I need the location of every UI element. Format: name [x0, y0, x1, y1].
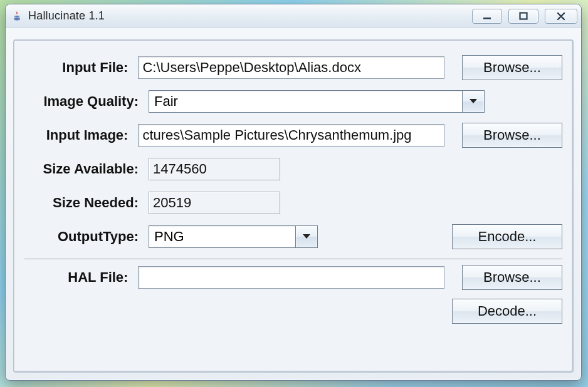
- close-button[interactable]: [545, 9, 577, 24]
- label-hal-file: HAL File:: [24, 269, 129, 286]
- row-output-type: OutputType: PNG Encode...: [24, 220, 562, 254]
- size-needed-field: [149, 192, 280, 214]
- browse-input-file-button[interactable]: Browse...: [462, 55, 562, 80]
- image-quality-select[interactable]: Fair: [149, 90, 485, 113]
- window-controls: [472, 9, 577, 24]
- row-hal-file: HAL File: Browse...: [24, 261, 562, 294]
- decode-button[interactable]: Decode...: [452, 299, 562, 324]
- minimize-button[interactable]: [472, 9, 502, 24]
- row-input-image: Input Image: Browse...: [24, 118, 562, 152]
- hal-file-field[interactable]: [138, 266, 444, 289]
- svg-rect-0: [483, 18, 491, 19]
- label-size-needed: Size Needed:: [24, 195, 140, 211]
- label-input-file: Input File:: [24, 59, 129, 76]
- row-decode: Decode...: [24, 294, 562, 328]
- label-input-image: Input Image:: [24, 127, 129, 143]
- content-panel: Input File: Browse... Image Quality: Fai…: [13, 39, 574, 373]
- browse-input-image-button[interactable]: Browse...: [462, 123, 562, 148]
- svg-rect-1: [520, 13, 527, 19]
- output-type-dropdown-button[interactable]: [295, 225, 318, 248]
- image-quality-dropdown-button[interactable]: [462, 90, 485, 113]
- browse-hal-file-button[interactable]: Browse...: [462, 265, 562, 290]
- encode-button[interactable]: Encode...: [452, 224, 562, 249]
- separator: [24, 259, 562, 259]
- row-input-file: Input File: Browse...: [24, 51, 562, 85]
- java-icon: [11, 10, 23, 23]
- label-output-type: OutputType:: [24, 229, 140, 245]
- row-size-available: Size Available:: [24, 152, 562, 186]
- image-quality-value: Fair: [149, 90, 485, 113]
- output-type-value: PNG: [149, 225, 318, 248]
- app-window: Hallucinate 1.1 Input File: Browse... Im…: [5, 4, 582, 381]
- titlebar[interactable]: Hallucinate 1.1: [6, 4, 581, 28]
- window-title: Hallucinate 1.1: [28, 9, 472, 23]
- input-file-field[interactable]: [138, 56, 444, 79]
- output-type-select[interactable]: PNG: [149, 225, 318, 248]
- label-image-quality: Image Quality:: [24, 93, 140, 110]
- label-size-available: Size Available:: [24, 161, 140, 177]
- chevron-down-icon: [469, 96, 478, 107]
- row-size-needed: Size Needed:: [24, 186, 562, 220]
- input-image-field[interactable]: [138, 124, 444, 147]
- row-image-quality: Image Quality: Fair: [24, 85, 562, 118]
- chevron-down-icon: [302, 231, 311, 242]
- maximize-button[interactable]: [508, 9, 538, 24]
- size-available-field: [149, 158, 280, 180]
